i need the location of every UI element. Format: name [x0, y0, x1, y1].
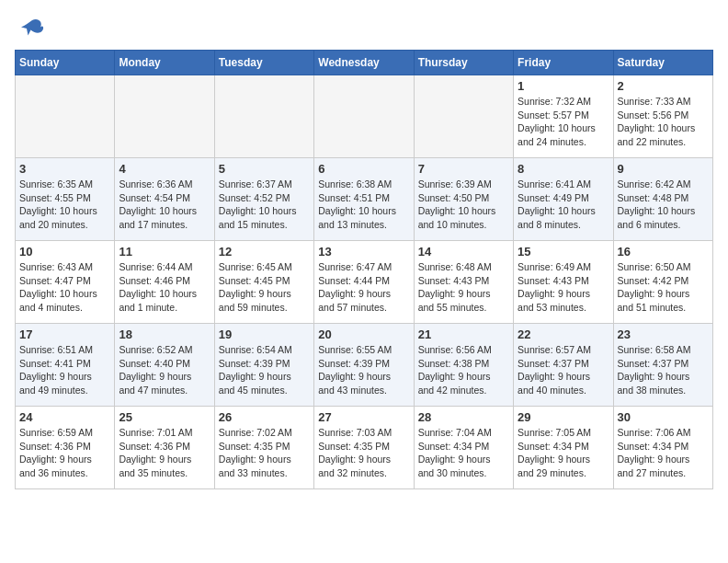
calendar-day-cell: 4Sunrise: 6:36 AMSunset: 4:54 PMDaylight… [115, 158, 214, 241]
day-number: 1 [518, 79, 609, 93]
day-info: Sunrise: 7:32 AMSunset: 5:57 PMDaylight:… [518, 95, 609, 149]
calendar-day-cell: 23Sunrise: 6:58 AMSunset: 4:37 PMDayligh… [613, 324, 712, 407]
day-number: 8 [518, 162, 609, 176]
calendar-day-cell: 1Sunrise: 7:32 AMSunset: 5:57 PMDaylight… [514, 75, 613, 158]
day-number: 25 [119, 410, 210, 424]
day-number: 9 [618, 162, 709, 176]
logo-bird-icon [18, 15, 46, 42]
day-number: 27 [318, 410, 409, 424]
day-info: Sunrise: 6:47 AMSunset: 4:44 PMDaylight:… [318, 260, 409, 315]
day-number: 29 [518, 410, 609, 424]
calendar-day-cell: 7Sunrise: 6:39 AMSunset: 4:50 PMDaylight… [414, 158, 513, 241]
calendar-day-cell: 15Sunrise: 6:49 AMSunset: 4:43 PMDayligh… [514, 241, 613, 324]
weekday-header-thursday: Thursday [414, 51, 513, 75]
calendar-day-cell: 26Sunrise: 7:02 AMSunset: 4:35 PMDayligh… [214, 407, 313, 489]
calendar-table: SundayMondayTuesdayWednesdayThursdayFrid… [15, 50, 713, 489]
calendar-day-cell: 30Sunrise: 7:06 AMSunset: 4:34 PMDayligh… [613, 407, 712, 489]
weekday-header-row: SundayMondayTuesdayWednesdayThursdayFrid… [16, 51, 713, 75]
day-number: 11 [119, 245, 210, 259]
page-header [15, 15, 713, 42]
calendar-day-cell: 2Sunrise: 7:33 AMSunset: 5:56 PMDaylight… [613, 75, 712, 158]
day-info: Sunrise: 6:44 AMSunset: 4:46 PMDaylight:… [119, 260, 210, 315]
day-info: Sunrise: 7:05 AMSunset: 4:34 PMDaylight:… [518, 426, 609, 480]
day-info: Sunrise: 7:04 AMSunset: 4:34 PMDaylight:… [418, 426, 509, 480]
day-info: Sunrise: 6:41 AMSunset: 4:49 PMDaylight:… [518, 178, 609, 232]
calendar-day-cell: 8Sunrise: 6:41 AMSunset: 4:49 PMDaylight… [514, 158, 613, 241]
weekday-header-wednesday: Wednesday [314, 51, 414, 75]
day-number: 22 [518, 327, 609, 341]
day-info: Sunrise: 6:35 AMSunset: 4:55 PMDaylight:… [19, 178, 110, 232]
day-number: 12 [219, 245, 310, 259]
weekday-header-friday: Friday [514, 51, 613, 75]
day-number: 4 [119, 162, 210, 176]
day-info: Sunrise: 6:38 AMSunset: 4:51 PMDaylight:… [318, 178, 409, 232]
day-info: Sunrise: 6:36 AMSunset: 4:54 PMDaylight:… [119, 178, 210, 232]
calendar-week-row: 1Sunrise: 7:32 AMSunset: 5:57 PMDaylight… [16, 75, 713, 158]
day-info: Sunrise: 6:54 AMSunset: 4:39 PMDaylight:… [219, 343, 310, 397]
day-info: Sunrise: 6:52 AMSunset: 4:40 PMDaylight:… [119, 343, 210, 397]
day-number: 19 [219, 327, 310, 341]
day-info: Sunrise: 6:55 AMSunset: 4:39 PMDaylight:… [318, 343, 409, 397]
day-number: 5 [219, 162, 310, 176]
day-number: 7 [418, 162, 509, 176]
weekday-header-monday: Monday [115, 51, 214, 75]
day-number: 23 [618, 327, 709, 341]
day-info: Sunrise: 7:01 AMSunset: 4:36 PMDaylight:… [119, 426, 210, 480]
day-info: Sunrise: 6:51 AMSunset: 4:41 PMDaylight:… [19, 343, 110, 397]
day-number: 3 [19, 162, 110, 176]
calendar-day-cell [414, 75, 513, 158]
day-number: 28 [418, 410, 509, 424]
calendar-day-cell: 17Sunrise: 6:51 AMSunset: 4:41 PMDayligh… [16, 324, 115, 407]
day-info: Sunrise: 6:58 AMSunset: 4:37 PMDaylight:… [618, 343, 709, 397]
day-number: 26 [219, 410, 310, 424]
day-number: 21 [418, 327, 509, 341]
calendar-day-cell: 5Sunrise: 6:37 AMSunset: 4:52 PMDaylight… [214, 158, 313, 241]
calendar-day-cell: 3Sunrise: 6:35 AMSunset: 4:55 PMDaylight… [16, 158, 115, 241]
calendar-day-cell: 10Sunrise: 6:43 AMSunset: 4:47 PMDayligh… [16, 241, 115, 324]
calendar-day-cell [214, 75, 313, 158]
calendar-day-cell: 20Sunrise: 6:55 AMSunset: 4:39 PMDayligh… [314, 324, 414, 407]
day-info: Sunrise: 7:02 AMSunset: 4:35 PMDaylight:… [219, 426, 310, 480]
day-info: Sunrise: 7:06 AMSunset: 4:34 PMDaylight:… [618, 426, 709, 480]
day-info: Sunrise: 6:45 AMSunset: 4:45 PMDaylight:… [219, 260, 310, 315]
calendar-day-cell: 9Sunrise: 6:42 AMSunset: 4:48 PMDaylight… [613, 158, 712, 241]
day-number: 15 [518, 245, 609, 259]
calendar-week-row: 3Sunrise: 6:35 AMSunset: 4:55 PMDaylight… [16, 158, 713, 241]
calendar-day-cell: 25Sunrise: 7:01 AMSunset: 4:36 PMDayligh… [115, 407, 214, 489]
calendar-day-cell: 21Sunrise: 6:56 AMSunset: 4:38 PMDayligh… [414, 324, 513, 407]
day-info: Sunrise: 6:42 AMSunset: 4:48 PMDaylight:… [618, 178, 709, 232]
day-info: Sunrise: 6:59 AMSunset: 4:36 PMDaylight:… [19, 426, 110, 480]
calendar-week-row: 24Sunrise: 6:59 AMSunset: 4:36 PMDayligh… [16, 407, 713, 489]
calendar-day-cell: 6Sunrise: 6:38 AMSunset: 4:51 PMDaylight… [314, 158, 414, 241]
day-info: Sunrise: 6:57 AMSunset: 4:37 PMDaylight:… [518, 343, 609, 397]
day-number: 16 [618, 245, 709, 259]
calendar-day-cell: 24Sunrise: 6:59 AMSunset: 4:36 PMDayligh… [16, 407, 115, 489]
calendar-day-cell: 22Sunrise: 6:57 AMSunset: 4:37 PMDayligh… [514, 324, 613, 407]
calendar-day-cell: 13Sunrise: 6:47 AMSunset: 4:44 PMDayligh… [314, 241, 414, 324]
calendar-day-cell: 29Sunrise: 7:05 AMSunset: 4:34 PMDayligh… [514, 407, 613, 489]
calendar-day-cell: 14Sunrise: 6:48 AMSunset: 4:43 PMDayligh… [414, 241, 513, 324]
calendar-day-cell [314, 75, 414, 158]
day-number: 10 [19, 245, 110, 259]
day-number: 17 [19, 327, 110, 341]
day-number: 24 [19, 410, 110, 424]
day-info: Sunrise: 6:49 AMSunset: 4:43 PMDaylight:… [518, 260, 609, 315]
weekday-header-sunday: Sunday [16, 51, 115, 75]
day-info: Sunrise: 7:33 AMSunset: 5:56 PMDaylight:… [618, 95, 709, 149]
calendar-week-row: 17Sunrise: 6:51 AMSunset: 4:41 PMDayligh… [16, 324, 713, 407]
logo [15, 15, 46, 42]
day-number: 6 [318, 162, 409, 176]
day-number: 30 [618, 410, 709, 424]
calendar-day-cell: 16Sunrise: 6:50 AMSunset: 4:42 PMDayligh… [613, 241, 712, 324]
weekday-header-saturday: Saturday [613, 51, 712, 75]
calendar-day-cell: 18Sunrise: 6:52 AMSunset: 4:40 PMDayligh… [115, 324, 214, 407]
day-info: Sunrise: 6:56 AMSunset: 4:38 PMDaylight:… [418, 343, 509, 397]
day-number: 2 [618, 79, 709, 93]
day-info: Sunrise: 6:37 AMSunset: 4:52 PMDaylight:… [219, 178, 310, 232]
day-info: Sunrise: 7:03 AMSunset: 4:35 PMDaylight:… [318, 426, 409, 480]
day-number: 14 [418, 245, 509, 259]
day-number: 13 [318, 245, 409, 259]
calendar-day-cell [16, 75, 115, 158]
calendar-day-cell [115, 75, 214, 158]
calendar-day-cell: 12Sunrise: 6:45 AMSunset: 4:45 PMDayligh… [214, 241, 313, 324]
